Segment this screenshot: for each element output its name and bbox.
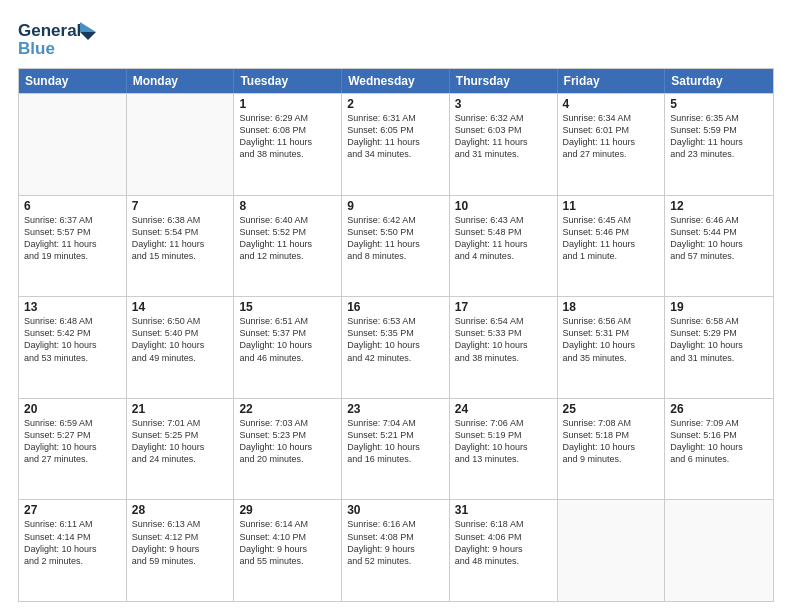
day-cell-22: 22Sunrise: 7:03 AMSunset: 5:23 PMDayligh… — [234, 399, 342, 500]
empty-cell-r0c1 — [127, 94, 235, 195]
cell-info-line: Sunrise: 6:37 AM — [24, 214, 121, 226]
cell-info-line: Sunrise: 6:38 AM — [132, 214, 229, 226]
cell-info-line: Sunset: 4:08 PM — [347, 531, 444, 543]
calendar-row-2: 13Sunrise: 6:48 AMSunset: 5:42 PMDayligh… — [19, 296, 773, 398]
cell-info-line: and 27 minutes. — [24, 453, 121, 465]
day-cell-8: 8Sunrise: 6:40 AMSunset: 5:52 PMDaylight… — [234, 196, 342, 297]
day-number: 16 — [347, 300, 444, 314]
day-number: 6 — [24, 199, 121, 213]
cell-info-line: Sunrise: 7:01 AM — [132, 417, 229, 429]
day-cell-24: 24Sunrise: 7:06 AMSunset: 5:19 PMDayligh… — [450, 399, 558, 500]
day-cell-30: 30Sunrise: 6:16 AMSunset: 4:08 PMDayligh… — [342, 500, 450, 601]
cell-info-line: and 57 minutes. — [670, 250, 768, 262]
day-number: 31 — [455, 503, 552, 517]
cell-info-line: and 16 minutes. — [347, 453, 444, 465]
day-number: 2 — [347, 97, 444, 111]
day-number: 22 — [239, 402, 336, 416]
cell-info-line: Sunrise: 6:50 AM — [132, 315, 229, 327]
cell-info-line: Sunrise: 6:29 AM — [239, 112, 336, 124]
empty-cell-r0c0 — [19, 94, 127, 195]
weekday-header-wednesday: Wednesday — [342, 69, 450, 93]
cell-info-line: and 24 minutes. — [132, 453, 229, 465]
cell-info-line: Sunrise: 7:04 AM — [347, 417, 444, 429]
cell-info-line: Sunset: 5:19 PM — [455, 429, 552, 441]
cell-info-line: Sunset: 6:01 PM — [563, 124, 660, 136]
cell-info-line: Sunrise: 6:13 AM — [132, 518, 229, 530]
cell-info-line: Daylight: 11 hours — [132, 238, 229, 250]
calendar-row-3: 20Sunrise: 6:59 AMSunset: 5:27 PMDayligh… — [19, 398, 773, 500]
cell-info-line: and 59 minutes. — [132, 555, 229, 567]
cell-info-line: Daylight: 10 hours — [670, 441, 768, 453]
cell-info-line: Sunset: 4:06 PM — [455, 531, 552, 543]
cell-info-line: Daylight: 11 hours — [670, 136, 768, 148]
cell-info-line: Daylight: 9 hours — [347, 543, 444, 555]
cell-info-line: Sunset: 6:03 PM — [455, 124, 552, 136]
cell-info-line: Daylight: 10 hours — [563, 339, 660, 351]
day-number: 20 — [24, 402, 121, 416]
day-number: 5 — [670, 97, 768, 111]
cell-info-line: Daylight: 10 hours — [347, 441, 444, 453]
cell-info-line: Sunrise: 6:16 AM — [347, 518, 444, 530]
cell-info-line: Daylight: 9 hours — [132, 543, 229, 555]
cell-info-line: Sunset: 5:25 PM — [132, 429, 229, 441]
day-cell-23: 23Sunrise: 7:04 AMSunset: 5:21 PMDayligh… — [342, 399, 450, 500]
day-number: 9 — [347, 199, 444, 213]
cell-info-line: and 35 minutes. — [563, 352, 660, 364]
header: GeneralBlue — [18, 18, 774, 58]
cell-info-line: Sunset: 5:33 PM — [455, 327, 552, 339]
cell-info-line: Sunset: 5:52 PM — [239, 226, 336, 238]
cell-info-line: Sunrise: 6:58 AM — [670, 315, 768, 327]
cell-info-line: Sunrise: 6:54 AM — [455, 315, 552, 327]
day-number: 26 — [670, 402, 768, 416]
cell-info-line: Sunrise: 6:40 AM — [239, 214, 336, 226]
calendar-row-4: 27Sunrise: 6:11 AMSunset: 4:14 PMDayligh… — [19, 499, 773, 601]
cell-info-line: Daylight: 11 hours — [239, 238, 336, 250]
cell-info-line: Sunrise: 6:11 AM — [24, 518, 121, 530]
calendar-header: SundayMondayTuesdayWednesdayThursdayFrid… — [19, 69, 773, 93]
cell-info-line: Sunrise: 6:18 AM — [455, 518, 552, 530]
day-number: 28 — [132, 503, 229, 517]
day-cell-2: 2Sunrise: 6:31 AMSunset: 6:05 PMDaylight… — [342, 94, 450, 195]
cell-info-line: Sunrise: 7:09 AM — [670, 417, 768, 429]
cell-info-line: and 34 minutes. — [347, 148, 444, 160]
day-cell-3: 3Sunrise: 6:32 AMSunset: 6:03 PMDaylight… — [450, 94, 558, 195]
logo-row: GeneralBlue — [18, 18, 98, 58]
day-cell-5: 5Sunrise: 6:35 AMSunset: 5:59 PMDaylight… — [665, 94, 773, 195]
day-number: 14 — [132, 300, 229, 314]
empty-cell-r4c6 — [665, 500, 773, 601]
cell-info-line: Sunrise: 7:08 AM — [563, 417, 660, 429]
cell-info-line: Sunset: 6:05 PM — [347, 124, 444, 136]
cell-info-line: Sunset: 5:44 PM — [670, 226, 768, 238]
day-number: 25 — [563, 402, 660, 416]
cell-info-line: and 31 minutes. — [455, 148, 552, 160]
cell-info-line: Daylight: 11 hours — [455, 136, 552, 148]
cell-info-line: Sunset: 5:59 PM — [670, 124, 768, 136]
day-cell-27: 27Sunrise: 6:11 AMSunset: 4:14 PMDayligh… — [19, 500, 127, 601]
cell-info-line: Sunrise: 6:31 AM — [347, 112, 444, 124]
day-cell-15: 15Sunrise: 6:51 AMSunset: 5:37 PMDayligh… — [234, 297, 342, 398]
logo-svg: GeneralBlue — [18, 18, 98, 58]
cell-info-line: and 9 minutes. — [563, 453, 660, 465]
cell-info-line: Daylight: 10 hours — [24, 441, 121, 453]
day-cell-7: 7Sunrise: 6:38 AMSunset: 5:54 PMDaylight… — [127, 196, 235, 297]
cell-info-line: Sunrise: 6:46 AM — [670, 214, 768, 226]
day-cell-16: 16Sunrise: 6:53 AMSunset: 5:35 PMDayligh… — [342, 297, 450, 398]
cell-info-line: and 38 minutes. — [455, 352, 552, 364]
cell-info-line: Sunrise: 6:42 AM — [347, 214, 444, 226]
day-number: 27 — [24, 503, 121, 517]
day-number: 10 — [455, 199, 552, 213]
cell-info-line: Sunrise: 6:59 AM — [24, 417, 121, 429]
cell-info-line: Sunrise: 6:56 AM — [563, 315, 660, 327]
cell-info-line: Daylight: 9 hours — [239, 543, 336, 555]
cell-info-line: and 20 minutes. — [239, 453, 336, 465]
cell-info-line: and 38 minutes. — [239, 148, 336, 160]
cell-info-line: and 12 minutes. — [239, 250, 336, 262]
cell-info-line: Sunrise: 6:45 AM — [563, 214, 660, 226]
cell-info-line: and 53 minutes. — [24, 352, 121, 364]
calendar-body: 1Sunrise: 6:29 AMSunset: 6:08 PMDaylight… — [19, 93, 773, 601]
day-number: 19 — [670, 300, 768, 314]
calendar: SundayMondayTuesdayWednesdayThursdayFrid… — [18, 68, 774, 602]
cell-info-line: Daylight: 10 hours — [670, 238, 768, 250]
day-number: 15 — [239, 300, 336, 314]
svg-text:Blue: Blue — [18, 39, 55, 58]
